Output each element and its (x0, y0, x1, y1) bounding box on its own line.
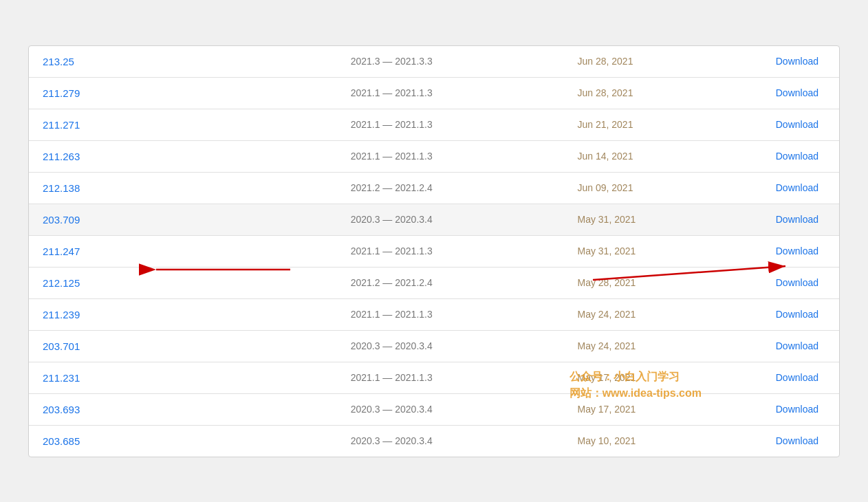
table-row: 212.1382021.2 — 2021.2.4Jun 09, 2021Down… (29, 172, 839, 204)
range-cell: 2020.3 — 2020.3.4 (337, 204, 564, 235)
range-cell: 2020.3 — 2020.3.4 (337, 425, 564, 457)
range-cell: 2021.3 — 2021.3.3 (337, 46, 564, 78)
table-row: 203.7012020.3 — 2020.3.4May 24, 2021Down… (29, 330, 839, 362)
download-button[interactable]: Download (776, 119, 818, 130)
date-cell: Jun 21, 2021 (563, 109, 726, 140)
version-cell[interactable]: 203.709 (29, 204, 337, 235)
table-row: 211.2792021.1 — 2021.1.3Jun 28, 2021Down… (29, 77, 839, 109)
action-cell: Download (726, 46, 839, 78)
main-container: 213.252021.3 — 2021.3.3Jun 28, 2021Downl… (28, 45, 840, 457)
date-cell: Jun 28, 2021 (563, 46, 726, 78)
action-cell: Download (726, 235, 839, 267)
date-cell: May 10, 2021 (563, 425, 726, 457)
range-cell: 2021.1 — 2021.1.3 (337, 140, 564, 172)
range-cell: 2021.1 — 2021.1.3 (337, 298, 564, 330)
version-cell[interactable]: 212.125 (29, 267, 337, 298)
range-cell: 2021.2 — 2021.2.4 (337, 267, 564, 298)
table-row: 211.2392021.1 — 2021.1.3May 24, 2021Down… (29, 298, 839, 330)
date-cell: May 17, 2021 (563, 393, 726, 425)
table-row: 203.6932020.3 — 2020.3.4May 17, 2021Down… (29, 393, 839, 425)
version-cell[interactable]: 211.271 (29, 109, 337, 140)
download-button[interactable]: Download (776, 214, 818, 225)
action-cell: Download (726, 77, 839, 109)
action-cell: Download (726, 267, 839, 298)
range-cell: 2021.2 — 2021.2.4 (337, 172, 564, 204)
table-row: 213.252021.3 — 2021.3.3Jun 28, 2021Downl… (29, 46, 839, 78)
date-cell: May 31, 2021 (563, 235, 726, 267)
range-cell: 2021.1 — 2021.1.3 (337, 109, 564, 140)
table-row: 211.2472021.1 — 2021.1.3May 31, 2021Down… (29, 235, 839, 267)
table-row: 203.6852020.3 — 2020.3.4May 10, 2021Down… (29, 425, 839, 457)
download-button[interactable]: Download (776, 87, 818, 98)
date-cell: May 31, 2021 (563, 204, 726, 235)
action-cell: Download (726, 425, 839, 457)
download-button[interactable]: Download (776, 309, 818, 320)
date-cell: May 28, 2021 (563, 267, 726, 298)
date-cell: Jun 14, 2021 (563, 140, 726, 172)
table-row: 203.7092020.3 — 2020.3.4May 31, 2021Down… (29, 204, 839, 235)
range-cell: 2020.3 — 2020.3.4 (337, 393, 564, 425)
action-cell: Download (726, 362, 839, 393)
date-cell: May 24, 2021 (563, 330, 726, 362)
action-cell: Download (726, 393, 839, 425)
range-cell: 2021.1 — 2021.1.3 (337, 362, 564, 393)
date-cell: May 24, 2021 (563, 298, 726, 330)
download-button[interactable]: Download (776, 56, 818, 67)
version-cell[interactable]: 211.231 (29, 362, 337, 393)
version-cell[interactable]: 211.239 (29, 298, 337, 330)
action-cell: Download (726, 172, 839, 204)
versions-table: 213.252021.3 — 2021.3.3Jun 28, 2021Downl… (29, 46, 839, 457)
version-cell[interactable]: 203.685 (29, 425, 337, 457)
action-cell: Download (726, 204, 839, 235)
range-cell: 2021.1 — 2021.1.3 (337, 235, 564, 267)
version-cell[interactable]: 211.247 (29, 235, 337, 267)
action-cell: Download (726, 298, 839, 330)
date-cell: Jun 28, 2021 (563, 77, 726, 109)
range-cell: 2020.3 — 2020.3.4 (337, 330, 564, 362)
version-cell[interactable]: 203.693 (29, 393, 337, 425)
download-button[interactable]: Download (776, 245, 818, 257)
version-cell[interactable]: 203.701 (29, 330, 337, 362)
download-button[interactable]: Download (776, 277, 818, 288)
download-button[interactable]: Download (776, 182, 818, 193)
version-cell[interactable]: 211.263 (29, 140, 337, 172)
action-cell: Download (726, 109, 839, 140)
table-row: 211.2712021.1 — 2021.1.3Jun 21, 2021Down… (29, 109, 839, 140)
date-cell: May 17, 2021 (563, 362, 726, 393)
version-cell[interactable]: 212.138 (29, 172, 337, 204)
download-button[interactable]: Download (776, 372, 818, 383)
version-cell[interactable]: 213.25 (29, 46, 337, 78)
download-button[interactable]: Download (776, 340, 818, 351)
table-row: 212.1252021.2 — 2021.2.4May 28, 2021Down… (29, 267, 839, 298)
action-cell: Download (726, 330, 839, 362)
download-button[interactable]: Download (776, 404, 818, 415)
action-cell: Download (726, 140, 839, 172)
table-row: 211.2632021.1 — 2021.1.3Jun 14, 2021Down… (29, 140, 839, 172)
date-cell: Jun 09, 2021 (563, 172, 726, 204)
version-cell[interactable]: 211.279 (29, 77, 337, 109)
range-cell: 2021.1 — 2021.1.3 (337, 77, 564, 109)
table-row: 211.2312021.1 — 2021.1.3May 17, 2021Down… (29, 362, 839, 393)
download-button[interactable]: Download (776, 151, 818, 162)
download-button[interactable]: Download (776, 435, 818, 446)
